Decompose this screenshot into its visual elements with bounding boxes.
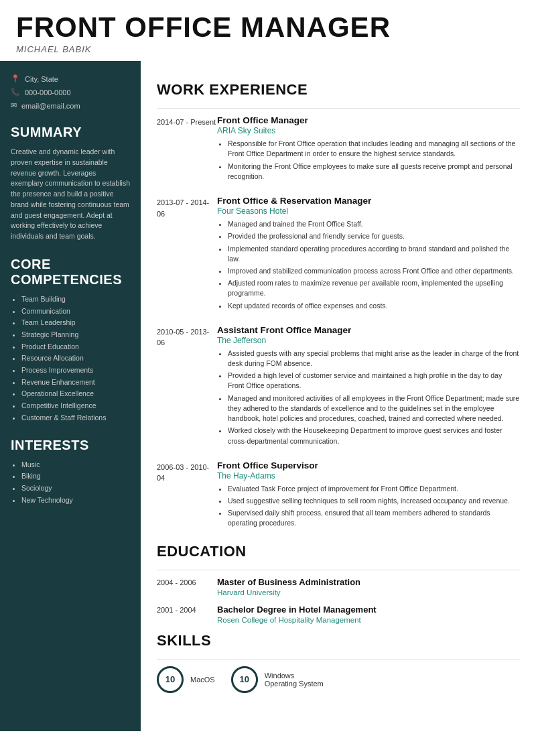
header-title: FRONT OFFICE MANAGER bbox=[16, 12, 520, 43]
list-item: Provided the professional and friendly s… bbox=[228, 231, 520, 241]
edu-entry-1: 2004 - 2006 Master of Business Administr… bbox=[157, 577, 520, 596]
list-item: Worked closely with the Housekeeping Dep… bbox=[228, 426, 520, 446]
work-entry-2: 2013-07 - 2014-06 Front Office & Reserva… bbox=[157, 196, 520, 313]
work-entry-3: 2010-05 - 2013-06 Assistant Front Office… bbox=[157, 325, 520, 448]
competencies-list: Team Building Communication Team Leaders… bbox=[11, 294, 130, 423]
contact-email: ✉ email@email.com bbox=[11, 101, 130, 110]
summary-title: SUMMARY bbox=[11, 125, 130, 140]
list-item: Improved and stabilized communication pr… bbox=[228, 266, 520, 276]
work-bullets-2: Managed and trained the Front Office Sta… bbox=[217, 219, 520, 311]
edu-details-2: Bachelor Degree in Hotel Management Rose… bbox=[217, 605, 377, 624]
list-item: Responsible for Front Office operation t… bbox=[228, 139, 520, 159]
list-item: Sociology bbox=[21, 483, 130, 493]
edu-details-1: Master of Business Administration Harvar… bbox=[217, 577, 360, 596]
contact-phone: 📞 000-000-0000 bbox=[11, 88, 130, 97]
list-item: Assisted guests with any special problem… bbox=[228, 349, 520, 369]
work-details-2: Front Office & Reservation Manager Four … bbox=[217, 196, 520, 313]
list-item: Managed and monitored activities of all … bbox=[228, 393, 520, 424]
list-item: Kept updated records of office expenses … bbox=[228, 301, 520, 311]
edu-entry-2: 2001 - 2004 Bachelor Degree in Hotel Man… bbox=[157, 605, 520, 624]
interests-list: Music Biking Sociology New Technology bbox=[11, 460, 130, 505]
work-company-1: ARIA Sky Suites bbox=[217, 126, 520, 135]
work-dates-1: 2014-07 - Present bbox=[157, 115, 217, 184]
location-icon: 📍 bbox=[11, 74, 20, 83]
header-name: MICHAEL BABIK bbox=[16, 44, 520, 54]
list-item: Resource Allocation bbox=[21, 353, 130, 363]
list-item: Implemented standard operating procedure… bbox=[228, 244, 520, 264]
list-item: Competitive Intelligence bbox=[21, 401, 130, 411]
skill-label-2: Windows Operating System bbox=[265, 672, 325, 688]
skill-item-1: 10 MacOS bbox=[157, 666, 215, 693]
work-title-1: Front Office Manager bbox=[217, 115, 520, 125]
work-company-2: Four Seasons Hotel bbox=[217, 206, 520, 216]
work-title-4: Front Office Supervisor bbox=[217, 460, 520, 470]
work-entry-4: 2006-03 - 2010-04 Front Office Superviso… bbox=[157, 460, 520, 531]
education-section-title: EDUCATION bbox=[157, 543, 520, 560]
phone-icon: 📞 bbox=[11, 88, 20, 97]
list-item: Used suggestive selling techniques to se… bbox=[228, 496, 520, 506]
email-icon: ✉ bbox=[11, 101, 17, 110]
main-content: WORK EXPERIENCE 2014-07 - Present Front … bbox=[141, 61, 536, 731]
skills-row: 10 MacOS 10 Windows Operating System bbox=[157, 666, 520, 693]
list-item: Communication bbox=[21, 306, 130, 316]
list-item: Strategic Planning bbox=[21, 330, 130, 340]
list-item: Provided a high level of customer servic… bbox=[228, 371, 520, 391]
skill-label-1: MacOS bbox=[190, 676, 215, 684]
resume-header: FRONT OFFICE MANAGER MICHAEL BABIK bbox=[0, 0, 536, 61]
skill-score-1: 10 bbox=[157, 666, 184, 693]
sidebar: 📍 City, State 📞 000-000-0000 ✉ email@ema… bbox=[0, 61, 141, 731]
work-details-1: Front Office Manager ARIA Sky Suites Res… bbox=[217, 115, 520, 184]
summary-text: Creative and dynamic leader with proven … bbox=[11, 147, 130, 242]
list-item: Team Building bbox=[21, 294, 130, 304]
list-item: Evaluated Task Force project of improvem… bbox=[228, 484, 520, 494]
list-item: Customer & Staff Relations bbox=[21, 413, 130, 423]
work-bullets-3: Assisted guests with any special problem… bbox=[217, 349, 520, 446]
interests-title: INTERESTS bbox=[11, 438, 130, 453]
competencies-title: CORE COMPETENCIES bbox=[11, 257, 130, 288]
work-dates-3: 2010-05 - 2013-06 bbox=[157, 325, 217, 448]
work-details-4: Front Office Supervisor The Hay-Adams Ev… bbox=[217, 460, 520, 531]
list-item: Team Leadership bbox=[21, 318, 130, 328]
list-item: Adjusted room rates to maximize revenue … bbox=[228, 278, 520, 298]
edu-school-1: Harvard University bbox=[217, 588, 360, 596]
work-title-2: Front Office & Reservation Manager bbox=[217, 196, 520, 206]
work-dates-4: 2006-03 - 2010-04 bbox=[157, 460, 217, 531]
skills-section-title: SKILLS bbox=[157, 632, 520, 649]
list-item: Biking bbox=[21, 471, 130, 481]
list-item: Monitoring the Front Office employees to… bbox=[228, 162, 520, 182]
list-item: Operational Excellence bbox=[21, 389, 130, 399]
list-item: Product Education bbox=[21, 342, 130, 352]
work-details-3: Assistant Front Office Manager The Jeffe… bbox=[217, 325, 520, 448]
list-item: Process Improvements bbox=[21, 365, 130, 375]
work-company-4: The Hay-Adams bbox=[217, 471, 520, 481]
work-bullets-1: Responsible for Front Office operation t… bbox=[217, 139, 520, 182]
list-item: Revenue Enhancement bbox=[21, 377, 130, 387]
list-item: Supervised daily shift process, ensured … bbox=[228, 508, 520, 528]
work-section-title: WORK EXPERIENCE bbox=[157, 81, 520, 99]
edu-school-2: Rosen College of Hospitality Management bbox=[217, 616, 377, 624]
work-dates-2: 2013-07 - 2014-06 bbox=[157, 196, 217, 313]
work-company-3: The Jefferson bbox=[217, 336, 520, 345]
skill-item-2: 10 Windows Operating System bbox=[231, 666, 325, 693]
edu-degree-1: Master of Business Administration bbox=[217, 577, 360, 587]
edu-degree-2: Bachelor Degree in Hotel Management bbox=[217, 605, 377, 615]
work-entry-1: 2014-07 - Present Front Office Manager A… bbox=[157, 115, 520, 184]
main-layout: 📍 City, State 📞 000-000-0000 ✉ email@ema… bbox=[0, 61, 536, 745]
edu-dates-2: 2001 - 2004 bbox=[157, 605, 217, 624]
work-title-3: Assistant Front Office Manager bbox=[217, 325, 520, 335]
list-item: New Technology bbox=[21, 495, 130, 505]
contact-location: 📍 City, State bbox=[11, 74, 130, 83]
skill-score-2: 10 bbox=[231, 666, 258, 693]
list-item: Music bbox=[21, 460, 130, 470]
edu-dates-1: 2004 - 2006 bbox=[157, 577, 217, 596]
work-bullets-4: Evaluated Task Force project of improvem… bbox=[217, 484, 520, 529]
list-item: Managed and trained the Front Office Sta… bbox=[228, 219, 520, 229]
